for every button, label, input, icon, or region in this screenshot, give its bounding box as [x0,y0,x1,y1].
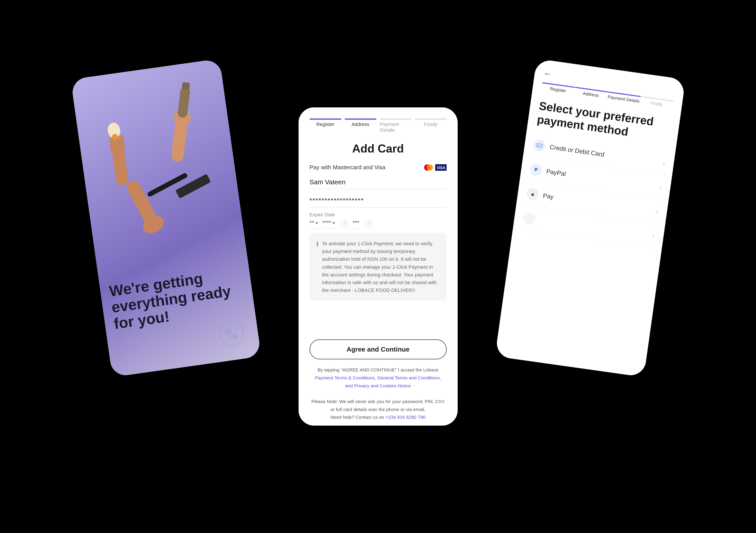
step-line-payment [380,119,412,120]
info-box: ℹ To activate your 1-Click Payment, we n… [310,233,446,301]
step-foody: Foody [415,119,446,133]
footer-link-2[interactable]: and Privacy and Cookies Notice [345,383,411,388]
svg-rect-0 [80,66,239,281]
pay-option-label: Pay [542,192,554,200]
step-line-address [345,119,376,120]
paypal-option-label: PayPal [546,168,566,177]
pay-row: Pay with Mastercard and Visa VISA [310,164,446,171]
cvv-value: *** [352,220,359,226]
step-register: Register [310,119,341,133]
card-option-chevron-icon: › [662,159,665,167]
pay-option-left: ◆ Pay [526,187,554,203]
footer-link-1[interactable]: Payment Terms & Conditions, General Term… [315,375,441,380]
visa-icon: VISA [435,164,446,171]
card-option-icon [532,139,546,152]
card-section: Pay with Mastercard and Visa VISA [299,160,458,335]
paypal-icon: P [529,163,543,176]
cvv-help-icon: ? [365,221,373,227]
pay-option-chevron-icon: › [656,208,659,215]
right-phone-inner: ← Register Address Payment Details [495,59,686,377]
year-chevron-icon: ▾ [333,221,335,226]
paypal-option-left: P PayPal [529,163,567,180]
other-icon [523,212,536,225]
footer-phone: +234 816 6280 796 [385,414,426,420]
year-select[interactable]: **** ▾ [322,220,335,229]
pay-icon: ◆ [526,187,539,201]
svg-text:🐾: 🐾 [224,327,239,341]
step-label-foody: Foody [424,121,437,127]
svg-rect-23 [537,145,542,146]
step-payment: Payment Details [380,119,412,133]
credit-card-icon [536,142,543,149]
svg-rect-24 [537,146,539,147]
svg-rect-9 [182,82,190,90]
year-value: **** [322,220,331,226]
footer-help: Need help? Contact us on [330,414,384,420]
step-line-register [310,119,341,120]
month-value: ** [310,220,314,226]
footer-section: By tapping "AGREE AND CONTINUE" I accept… [299,364,458,426]
month-chevron-icon: ▾ [316,221,318,226]
agree-button[interactable]: Agree and Continue [310,339,446,359]
other-option-left [523,212,536,225]
stepper-bar: Register Address Payment Details Foody [299,107,458,133]
card-number-input[interactable] [310,194,446,207]
mastercard-icon [424,164,433,171]
cooking-illustration [70,59,249,288]
step-address: Address [345,119,376,133]
center-phone-inner: Register Address Payment Details Foody A… [299,107,458,426]
phone-left: We're getting everything ready for you! … [70,59,261,377]
cardholder-name-input[interactable] [310,175,446,189]
left-phone-inner: We're getting everything ready for you! … [70,59,261,377]
payment-options-list: Credit or Debit Card › P PayPal › ◆ Pay [495,131,675,377]
other-option-chevron-icon: › [652,232,655,240]
pay-label: Pay with Mastercard and Visa [310,164,385,171]
year-help-icon: ? [341,221,348,227]
expire-row: ** ▾ **** ▾ ? *** ? [310,220,446,229]
scene: We're getting everything ready for you! … [69,23,688,510]
step-label-payment: Payment Details [380,121,412,133]
step-label-address: Address [352,121,369,127]
footer-note: Please Note: We will never ask you for y… [311,399,445,412]
phone-right: ← Register Address Payment Details [495,59,686,377]
step-line-foody [415,119,446,120]
card-option-label: Credit or Debit Card [549,144,605,158]
logo-watermark: 🐾 [216,319,246,349]
cvv-input[interactable]: *** [352,220,359,229]
info-text: To activate your 1-Click Payment, we nee… [322,240,440,294]
card-logos: VISA [424,164,446,171]
month-select[interactable]: ** ▾ [310,220,318,229]
card-option-left: Credit or Debit Card [532,139,605,160]
step-label-register: Register [316,121,334,127]
info-circle-icon: ℹ [316,240,319,294]
phone-center: Register Address Payment Details Foody A… [299,107,458,426]
page-title: Add Card [299,133,458,160]
svg-text:VISA: VISA [437,166,445,170]
expire-label: Expire Date [310,212,446,218]
paypal-option-chevron-icon: › [659,184,662,191]
footer-text-1: By tapping "AGREE AND CONTINUE" I accept… [317,367,439,372]
